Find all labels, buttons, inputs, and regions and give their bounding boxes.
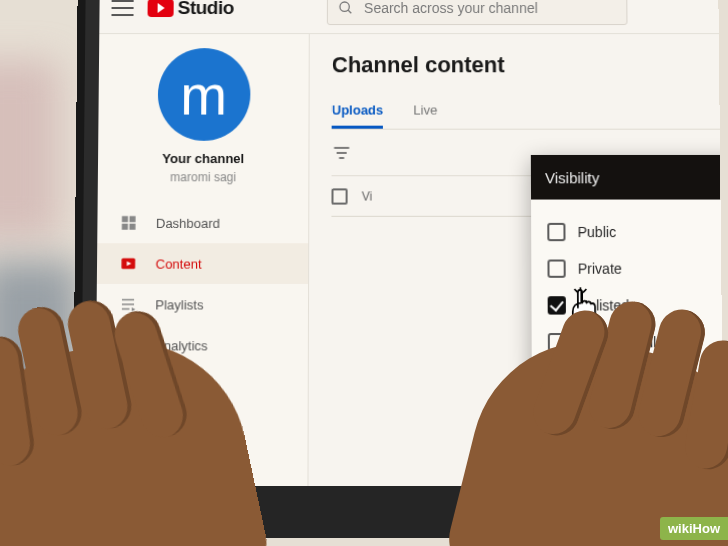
channel-name: maromi sagi	[170, 170, 236, 184]
option-label: Private	[578, 261, 622, 277]
option-public[interactable]: Public	[547, 214, 724, 251]
sidebar-item-content[interactable]: Content	[97, 243, 308, 284]
wikihow-badge: wikiHow	[660, 517, 728, 540]
popover-header: Visibility ✕	[531, 155, 724, 200]
tabs: Uploads Live	[332, 94, 720, 129]
sidebar-label: Dashboard	[156, 215, 220, 230]
svg-rect-5	[129, 224, 135, 230]
tab-uploads[interactable]: Uploads	[332, 94, 384, 128]
popover-title: Visibility	[545, 169, 599, 186]
badge-wiki: wiki	[668, 521, 693, 536]
svg-rect-3	[129, 216, 135, 222]
svg-point-0	[340, 1, 349, 10]
content-icon	[119, 254, 137, 272]
menu-icon[interactable]	[111, 0, 133, 16]
svg-line-21	[574, 289, 577, 292]
dashboard-icon	[120, 214, 138, 232]
channel-avatar[interactable]: m	[157, 48, 250, 141]
svg-line-22	[583, 289, 586, 292]
search-placeholder: Search across your channel	[364, 0, 538, 16]
studio-logo[interactable]: Studio	[148, 0, 234, 19]
page-title: Channel content	[332, 52, 719, 78]
checkbox-public[interactable]	[547, 223, 565, 241]
checkbox-unlisted[interactable]	[548, 296, 566, 314]
brand-name: Studio	[178, 0, 234, 19]
option-private[interactable]: Private	[547, 250, 724, 287]
your-channel-label: Your channel	[162, 151, 244, 166]
youtube-play-icon	[148, 0, 174, 17]
badge-how: How	[693, 521, 720, 536]
channel-header: m Your channel maromi sagi	[98, 48, 309, 202]
select-all-checkbox[interactable]	[331, 188, 347, 204]
topbar: Studio Search across your channel	[99, 0, 718, 34]
filter-icon[interactable]	[332, 142, 352, 162]
tab-live[interactable]: Live	[413, 94, 437, 128]
col-video: Vi	[362, 189, 373, 203]
svg-line-1	[348, 10, 351, 13]
sidebar-label: Content	[156, 256, 202, 271]
option-label: Public	[578, 224, 617, 240]
checkbox-private[interactable]	[547, 260, 565, 278]
search-icon	[338, 0, 354, 16]
search-input[interactable]: Search across your channel	[327, 0, 628, 25]
sidebar-label: Playlists	[155, 297, 203, 312]
sidebar-item-dashboard[interactable]: Dashboard	[97, 203, 308, 244]
svg-rect-4	[122, 224, 128, 230]
svg-rect-2	[122, 216, 128, 222]
